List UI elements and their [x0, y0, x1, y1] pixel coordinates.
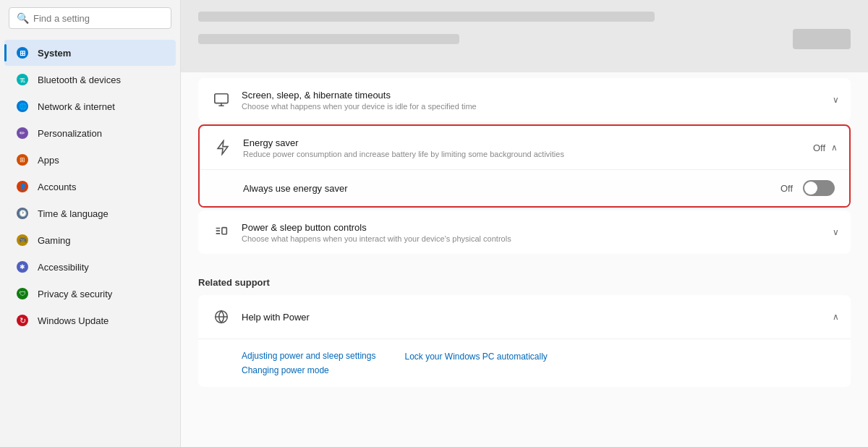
support-links-container: Adjusting power and sleep settings Chang…	[198, 339, 851, 387]
always-use-energy-row: Always use energy saver Off	[200, 170, 849, 206]
screen-sleep-row[interactable]: Screen, sleep, & hibernate timeouts Choo…	[198, 78, 851, 122]
always-use-label: Always use energy saver	[243, 183, 780, 194]
power-sleep-text: Power & sleep button controls Choose wha…	[242, 222, 833, 243]
sidebar-item-label: Time & language	[38, 208, 109, 219]
gaming-icon: 🎮	[16, 234, 29, 247]
sidebar-item-label: Accounts	[38, 182, 76, 192]
help-with-power-control	[833, 312, 839, 322]
screen-sleep-title: Screen, sleep, & hibernate timeouts	[242, 90, 833, 101]
related-support-section: Related support Help with Power	[181, 263, 868, 387]
sidebar-item-time[interactable]: 🕐 Time & language	[4, 200, 176, 226]
sidebar-item-label: Windows Update	[38, 315, 109, 326]
screen-sleep-card: Screen, sleep, & hibernate timeouts Choo…	[198, 78, 851, 122]
energy-saver-desc: Reduce power consumption and increase ba…	[243, 150, 813, 158]
power-sleep-control	[833, 227, 839, 237]
sidebar-item-bluetooth[interactable]: ℼ Bluetooth & devices	[4, 67, 176, 93]
monitor-icon	[210, 88, 233, 111]
power-sleep-row[interactable]: Power & sleep button controls Choose wha…	[198, 210, 851, 254]
help-with-power-header[interactable]: Help with Power	[198, 295, 851, 339]
network-icon: 🌐	[16, 100, 29, 113]
time-icon: 🕐	[16, 207, 29, 220]
sidebar-item-privacy[interactable]: 🛡 Privacy & security	[4, 281, 176, 307]
screen-sleep-desc: Choose what happens when your device is …	[242, 102, 833, 111]
sidebar-item-network[interactable]: 🌐 Network & internet	[4, 93, 176, 119]
update-icon: ↻	[16, 314, 29, 327]
sidebar-item-label: Privacy & security	[38, 289, 112, 299]
sidebar-item-label: Personalization	[38, 128, 102, 139]
sidebar-item-accessibility[interactable]: ✱ Accessibility	[4, 254, 176, 280]
globe-icon	[210, 305, 233, 328]
search-input[interactable]	[33, 13, 163, 24]
blur-bar-1	[198, 12, 655, 22]
search-box[interactable]: 🔍	[9, 7, 171, 29]
support-link-power-mode[interactable]: Changing power mode	[242, 365, 375, 375]
always-use-text: Always use energy saver	[243, 183, 780, 194]
power-sleep-title: Power & sleep button controls	[242, 222, 833, 233]
sidebar-item-label: Gaming	[38, 235, 71, 246]
sidebar-item-personalization[interactable]: ✏ Personalization	[4, 120, 176, 146]
sidebar-item-label: Accessibility	[38, 262, 89, 273]
energy-saver-status: Off	[813, 142, 825, 153]
power-sleep-desc: Choose what happens when you interact wi…	[242, 234, 833, 243]
sidebar: 🔍 ⊞ System ℼ Bluetooth & devices 🌐 Netwo…	[0, 0, 181, 447]
support-link-adjust[interactable]: Adjusting power and sleep settings	[242, 351, 375, 361]
power-sleep-chevron	[833, 227, 839, 237]
blur-button	[793, 29, 851, 49]
bluetooth-icon: ℼ	[16, 73, 29, 86]
main-content: Screen, sleep, & hibernate timeouts Choo…	[181, 0, 868, 447]
privacy-icon: 🛡	[16, 287, 29, 300]
power-controls-icon	[210, 221, 233, 244]
sidebar-item-label: Apps	[38, 155, 59, 166]
nav-list: ⊞ System ℼ Bluetooth & devices 🌐 Network…	[0, 36, 180, 447]
power-sleep-card: Power & sleep button controls Choose wha…	[198, 210, 851, 254]
help-with-power-label: Help with Power	[242, 312, 833, 323]
help-with-power-card: Help with Power Adjusting power and slee…	[198, 295, 851, 387]
help-with-power-chevron	[833, 312, 839, 322]
sidebar-item-label: Network & internet	[38, 101, 115, 112]
settings-area: Screen, sleep, & hibernate timeouts Choo…	[181, 72, 868, 263]
personalization-icon: ✏	[16, 127, 29, 140]
energy-saver-card: Energy saver Reduce power consumption an…	[198, 124, 851, 208]
sidebar-item-accounts[interactable]: 👤 Accounts	[4, 174, 176, 200]
always-use-status: Off	[780, 183, 793, 194]
blur-bar-2	[198, 34, 459, 44]
apps-icon: ⊞	[16, 153, 29, 166]
search-icon: 🔍	[17, 12, 29, 24]
svg-rect-6	[222, 228, 226, 234]
sidebar-item-apps[interactable]: ⊞ Apps	[4, 147, 176, 173]
screen-sleep-control	[833, 95, 839, 105]
always-use-control: Off	[780, 180, 835, 196]
screen-sleep-chevron	[833, 95, 839, 105]
related-support-title: Related support	[198, 277, 851, 288]
energy-saver-control: Off	[813, 142, 838, 153]
energy-icon	[211, 136, 234, 159]
sidebar-item-label: System	[38, 48, 71, 59]
help-with-power-text: Help with Power	[242, 312, 833, 323]
sidebar-item-system[interactable]: ⊞ System	[4, 40, 176, 66]
sidebar-item-update[interactable]: ↻ Windows Update	[4, 307, 176, 333]
support-link-lock[interactable]: Lock your Windows PC automatically	[404, 352, 547, 362]
energy-saver-text: Energy saver Reduce power consumption an…	[243, 137, 813, 158]
energy-saver-chevron	[831, 142, 838, 153]
top-blurred-section	[181, 0, 868, 72]
energy-saver-header[interactable]: Energy saver Reduce power consumption an…	[200, 126, 849, 170]
screen-sleep-text: Screen, sleep, & hibernate timeouts Choo…	[242, 90, 833, 111]
always-use-toggle[interactable]	[803, 180, 835, 196]
sidebar-item-label: Bluetooth & devices	[38, 74, 121, 85]
accounts-icon: 👤	[16, 180, 29, 193]
sidebar-item-gaming[interactable]: 🎮 Gaming	[4, 227, 176, 253]
system-icon: ⊞	[16, 46, 29, 59]
svg-rect-0	[215, 94, 228, 103]
energy-saver-title: Energy saver	[243, 137, 813, 148]
accessibility-icon: ✱	[16, 260, 29, 273]
